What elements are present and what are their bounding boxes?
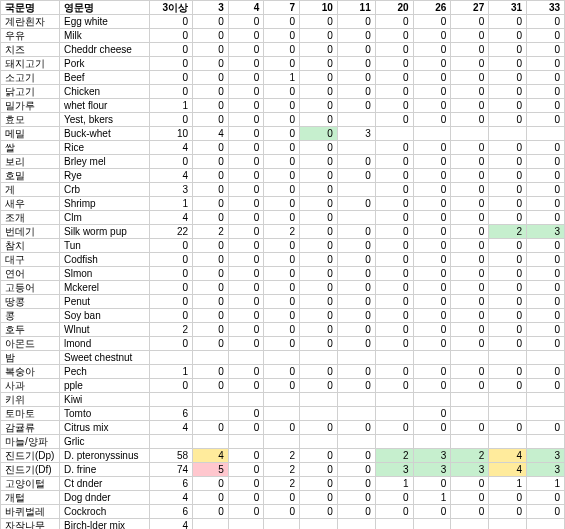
cell-value: 0 xyxy=(451,183,489,197)
cell-value: 0 xyxy=(300,477,338,491)
cell-value xyxy=(337,351,375,365)
cell-value: 0 xyxy=(149,309,192,323)
cell-korean-name: 바퀴벌레 xyxy=(1,505,60,519)
cell-value: 0 xyxy=(149,155,192,169)
cell-korean-name: 호두 xyxy=(1,323,60,337)
cell-value xyxy=(413,351,451,365)
cell-value: 0 xyxy=(149,85,192,99)
cell-value: 3 xyxy=(527,225,565,239)
cell-value: 0 xyxy=(413,253,451,267)
cell-value: 4 xyxy=(149,421,192,435)
cell-korean-name: 키위 xyxy=(1,393,60,407)
cell-value: 0 xyxy=(300,463,338,477)
cell-value: 0 xyxy=(264,141,300,155)
header-col: 27 xyxy=(451,1,489,15)
cell-value xyxy=(337,211,375,225)
cell-value: 0 xyxy=(300,323,338,337)
cell-value: 0 xyxy=(451,505,489,519)
cell-value: 2 xyxy=(264,477,300,491)
cell-value: 0 xyxy=(489,211,527,225)
cell-value: 0 xyxy=(337,155,375,169)
header-col: 11 xyxy=(337,1,375,15)
cell-value: 0 xyxy=(489,365,527,379)
cell-value: 0 xyxy=(337,379,375,393)
table-row: 바퀴벌레Cockroch60000000000 xyxy=(1,505,565,519)
header-col: 26 xyxy=(413,1,451,15)
cell-value: 1 xyxy=(413,491,451,505)
cell-value xyxy=(375,407,413,421)
cell-english-name: Rice xyxy=(60,141,150,155)
cell-value: 0 xyxy=(228,15,264,29)
table-row: 고등어Mckerel00000000000 xyxy=(1,281,565,295)
cell-english-name: Milk xyxy=(60,29,150,43)
cell-korean-name: 쌀 xyxy=(1,141,60,155)
cell-value: 0 xyxy=(451,155,489,169)
cell-value xyxy=(228,393,264,407)
cell-value: 0 xyxy=(451,141,489,155)
table-row: 돼지고기Pork00000000000 xyxy=(1,57,565,71)
cell-value: 3 xyxy=(527,449,565,463)
cell-value: 0 xyxy=(451,169,489,183)
cell-value: 0 xyxy=(300,43,338,57)
cell-value: 0 xyxy=(413,407,451,421)
cell-value: 1 xyxy=(489,477,527,491)
cell-value: 0 xyxy=(527,365,565,379)
cell-korean-name: 아몬드 xyxy=(1,337,60,351)
cell-value xyxy=(228,351,264,365)
cell-value: 0 xyxy=(451,267,489,281)
cell-value: 0 xyxy=(264,365,300,379)
cell-english-name: Buck-whet xyxy=(60,127,150,141)
cell-value: 0 xyxy=(489,155,527,169)
cell-value: 0 xyxy=(228,463,264,477)
cell-value xyxy=(451,435,489,449)
cell-value: 0 xyxy=(527,323,565,337)
cell-value: 0 xyxy=(527,99,565,113)
cell-value: 0 xyxy=(527,183,565,197)
cell-value: 0 xyxy=(193,43,229,57)
cell-value: 0 xyxy=(228,239,264,253)
cell-value: 0 xyxy=(337,15,375,29)
cell-korean-name: 대구 xyxy=(1,253,60,267)
cell-value: 0 xyxy=(193,323,229,337)
cell-value: 0 xyxy=(228,281,264,295)
cell-value: 0 xyxy=(300,449,338,463)
cell-korean-name: 땅콩 xyxy=(1,295,60,309)
cell-value xyxy=(489,127,527,141)
cell-value: 0 xyxy=(228,29,264,43)
cell-value: 0 xyxy=(193,295,229,309)
cell-value: 0 xyxy=(228,309,264,323)
cell-value xyxy=(413,519,451,530)
table-row: 치즈Cheddr cheese00000000000 xyxy=(1,43,565,57)
cell-value: 0 xyxy=(413,113,451,127)
cell-value: 0 xyxy=(149,15,192,29)
cell-korean-name: 사과 xyxy=(1,379,60,393)
cell-value: 0 xyxy=(337,477,375,491)
cell-korean-name: 마늘/양파 xyxy=(1,435,60,449)
cell-value: 0 xyxy=(527,15,565,29)
cell-english-name: Kiwi xyxy=(60,393,150,407)
cell-value: 1 xyxy=(264,71,300,85)
cell-value: 0 xyxy=(264,127,300,141)
cell-value xyxy=(228,435,264,449)
cell-value: 0 xyxy=(193,379,229,393)
cell-korean-name: 연어 xyxy=(1,267,60,281)
cell-value: 0 xyxy=(149,239,192,253)
table-row: 새우Shrimp10000000000 xyxy=(1,197,565,211)
cell-value: 2 xyxy=(451,449,489,463)
cell-value: 0 xyxy=(300,57,338,71)
cell-value: 0 xyxy=(228,225,264,239)
cell-value xyxy=(264,435,300,449)
cell-value: 0 xyxy=(300,15,338,29)
cell-english-name: Chicken xyxy=(60,85,150,99)
cell-korean-name: 복숭아 xyxy=(1,365,60,379)
cell-value: 0 xyxy=(413,379,451,393)
cell-value: 0 xyxy=(300,239,338,253)
cell-value: 6 xyxy=(149,407,192,421)
cell-value: 0 xyxy=(337,57,375,71)
cell-value: 0 xyxy=(228,379,264,393)
cell-value: 0 xyxy=(193,253,229,267)
cell-value: 2 xyxy=(264,225,300,239)
cell-value: 0 xyxy=(149,43,192,57)
cell-english-name: Birch-lder mix xyxy=(60,519,150,530)
table-row: 게Crb3000000000 xyxy=(1,183,565,197)
